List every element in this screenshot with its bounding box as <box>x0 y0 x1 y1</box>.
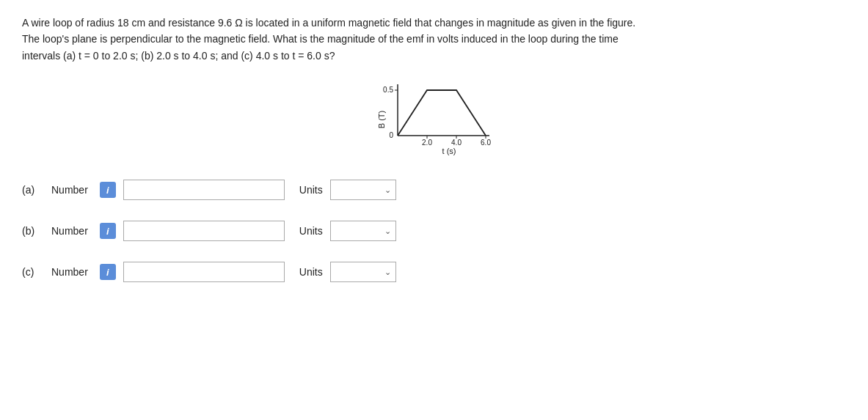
problem-line3: intervals (a) t = 0 to 2.0 s; (b) 2.0 s … <box>22 50 335 62</box>
svg-text:B (T): B (T) <box>377 111 386 128</box>
svg-text:t (s): t (s) <box>442 147 456 155</box>
units-select-wrapper-b[interactable]: VmVμV ⌄ <box>330 221 396 241</box>
svg-text:0: 0 <box>389 131 393 139</box>
graph: B (T) 0.5 0 2.0 4.0 6.0 t (s) <box>376 77 493 158</box>
number-input-b[interactable] <box>123 221 285 241</box>
units-select-b[interactable]: VmVμV <box>331 221 395 240</box>
number-label-a: Number <box>51 184 88 196</box>
problem-line2: The loop's plane is perpendicular to the… <box>22 33 619 45</box>
number-label-c: Number <box>51 266 88 278</box>
part-label-c: (c) <box>22 266 44 278</box>
svg-text:4.0: 4.0 <box>451 139 462 147</box>
answer-row-a: (a) Number i Units VmVμV ⌄ <box>22 180 846 200</box>
units-label-a: Units <box>299 184 323 196</box>
units-select-a[interactable]: VmVμV <box>331 180 395 199</box>
problem-statement: A wire loop of radius 18 cm and resistan… <box>22 15 829 64</box>
answer-rows: (a) Number i Units VmVμV ⌄ (b) Number i … <box>22 180 846 282</box>
svg-text:6.0: 6.0 <box>481 139 491 147</box>
units-select-wrapper-c[interactable]: VmVμV ⌄ <box>330 262 396 282</box>
problem-line1: A wire loop of radius 18 cm and resistan… <box>22 17 635 29</box>
number-input-c[interactable] <box>123 262 285 282</box>
units-label-b: Units <box>299 225 323 237</box>
info-button-c[interactable]: i <box>100 264 116 280</box>
svg-text:2.0: 2.0 <box>422 139 432 147</box>
part-label-a: (a) <box>22 184 44 196</box>
answer-row-b: (b) Number i Units VmVμV ⌄ <box>22 221 846 241</box>
number-input-a[interactable] <box>123 180 285 200</box>
units-select-wrapper-a[interactable]: VmVμV ⌄ <box>330 180 396 200</box>
info-button-b[interactable]: i <box>100 223 116 239</box>
number-label-b: Number <box>51 225 88 237</box>
info-button-a[interactable]: i <box>100 182 116 198</box>
figure-area: B (T) 0.5 0 2.0 4.0 6.0 t (s) <box>22 77 846 158</box>
answer-row-c: (c) Number i Units VmVμV ⌄ <box>22 262 846 282</box>
units-label-c: Units <box>299 266 323 278</box>
svg-text:0.5: 0.5 <box>383 86 393 94</box>
part-label-b: (b) <box>22 225 44 237</box>
units-select-c[interactable]: VmVμV <box>331 262 395 281</box>
